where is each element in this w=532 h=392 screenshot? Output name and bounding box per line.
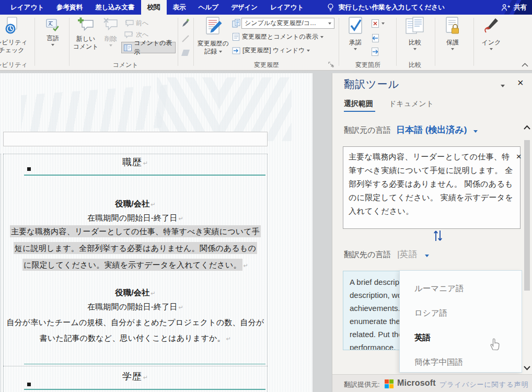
group-label-accessibility: シビリティ: [0, 61, 30, 70]
group-divider: [396, 18, 397, 66]
scroll-down-icon[interactable]: [523, 365, 531, 371]
entry2-dates[interactable]: 在職期間の開始日-終了日: [3, 302, 268, 312]
group-divider: [34, 18, 35, 66]
language-option-romanian[interactable]: ルーマニア語: [414, 283, 464, 294]
teal-divider-line: [24, 389, 265, 390]
section-heading-work[interactable]: 職歴: [3, 156, 268, 168]
show-comments-button[interactable]: コメントの表示: [121, 42, 176, 53]
clear-source-icon[interactable]: ×: [516, 150, 522, 164]
tab-selection-range[interactable]: 選択範囲: [344, 99, 373, 109]
protect-caret: [451, 48, 454, 50]
protect-button[interactable]: 保護: [439, 17, 466, 50]
pane-scrollbar[interactable]: [523, 124, 531, 371]
tab-layout-2[interactable]: レイアウト: [264, 0, 310, 15]
tab-mailings[interactable]: 差し込み文書: [89, 0, 141, 15]
entry1-role-heading[interactable]: 役職/会社: [3, 199, 268, 210]
name-textbox[interactable]: [3, 132, 268, 146]
scrollbar-thumb[interactable]: [524, 140, 530, 291]
show-markup-button[interactable]: 変更履歴とコメントの表示: [232, 32, 323, 41]
target-language-label: 翻訳先の言語: [344, 250, 391, 260]
simple-markup-icon: [232, 19, 241, 28]
entry2-desc-line1[interactable]: 自分が率いたチームの規模、自分がまとめたプロジェクトの数、自分が: [3, 318, 268, 328]
share-button[interactable]: 共有: [501, 0, 527, 15]
tracking-dialog-launcher[interactable]: [328, 62, 334, 67]
display-for-review-caret: [328, 22, 331, 25]
delete-comment-button[interactable]: 削除: [100, 17, 121, 47]
entry1-dates[interactable]: 在職期間の開始日-終了日: [3, 213, 268, 223]
next-comment-icon: [124, 31, 134, 39]
group-divider: [435, 18, 435, 66]
collapse-ribbon-chevron[interactable]: [522, 63, 528, 67]
display-for-review-combobox[interactable]: シンプルな変更履歴/コ…: [241, 18, 334, 29]
scroll-up-icon[interactable]: [523, 124, 531, 130]
entry1-desc-line2[interactable]: 短に説明します。全部列挙する必要はありません。関係のあるもの: [3, 244, 268, 253]
entry2-desc-line2[interactable]: 書いた記事の数など、思い付くことはありますか。: [3, 333, 268, 343]
target-language-selector[interactable]: |英語: [397, 248, 429, 260]
tab-references[interactable]: 参考資料: [50, 0, 89, 15]
new-comment-button[interactable]: 新しい コメント: [72, 17, 99, 51]
pane-title: 翻訳ツール: [344, 77, 399, 91]
new-comment-label-line1: 新しい: [73, 35, 98, 43]
entry1-desc-line1[interactable]: 主要な職務内容、リーダーとしての仕事、特筆すべき実績について手: [3, 227, 268, 237]
language-option-russian[interactable]: ロシア語: [414, 308, 447, 319]
source-language-label: 翻訳元の言語: [344, 125, 391, 135]
source-text-box[interactable]: 主要な職務内容、リーダーとしての仕事、特筆すべき実績について手短に説明します。 …: [343, 146, 521, 229]
reviewing-pane-caret: [307, 50, 310, 52]
track-changes-button[interactable]: 変更履歴の 記録: [198, 17, 229, 55]
microsoft-logo-icon: [385, 379, 394, 388]
source-language-value: 日本語 (検出済み): [396, 125, 467, 135]
tab-design[interactable]: デザイン: [225, 0, 264, 15]
language-dropdown-caret: [51, 44, 54, 46]
entry1-desc-line3[interactable]: に限定してください。実績を示すデータを入れてください。: [3, 260, 268, 270]
pane-menu-caret-icon[interactable]: [501, 85, 505, 87]
language-option-simplified-chinese[interactable]: 簡体字中国語: [414, 357, 463, 368]
protect-icon: [444, 17, 461, 38]
group-divider: [193, 18, 194, 66]
language-icon: [45, 18, 60, 32]
reject-button[interactable]: [371, 19, 385, 28]
accept-button[interactable]: 承諾: [343, 17, 368, 50]
language-button[interactable]: 言語: [39, 18, 67, 46]
section-heading-education[interactable]: 学歴: [3, 370, 268, 383]
pane-close-icon[interactable]: ×: [517, 77, 524, 88]
word-application-window: レイアウト 参考資料 差し込み文書 校閲 表示 ヘルプ デザイン レイアウト 実…: [0, 0, 532, 392]
protect-label: 保護: [446, 39, 459, 47]
display-for-review-value: シンプルな変更履歴/コ…: [245, 19, 316, 28]
tab-view[interactable]: 表示: [167, 0, 192, 15]
group-label-changes: 変更箇所: [341, 61, 395, 70]
tab-document[interactable]: ドキュメント: [389, 99, 434, 109]
tab-review[interactable]: 校閲: [141, 0, 167, 15]
tab-help[interactable]: ヘルプ: [192, 0, 225, 15]
source-language-selector[interactable]: 日本語 (検出済み): [396, 124, 478, 136]
share-label: 共有: [514, 3, 527, 12]
next-comment-button[interactable]: 次へ: [124, 30, 148, 39]
compare-label: 比較: [409, 39, 421, 47]
pen-add-button[interactable]: [181, 19, 190, 28]
entry2-role-heading[interactable]: 役職/会社: [3, 287, 268, 298]
group-label-comments: コメント: [99, 61, 152, 70]
group-label-tracking: 変更履歴: [230, 61, 303, 70]
privacy-statement-link[interactable]: プライバシーに関する声明: [440, 380, 528, 389]
active-tab-underline: [344, 111, 375, 112]
reviewing-pane-button[interactable]: [変更履歴] ウィンドウ: [232, 46, 310, 55]
table-left-border: [1, 154, 1, 392]
ribbon-review: シビリティ チェック シビリティ 言語 新しい コメント: [0, 15, 532, 71]
previous-change-button[interactable]: [371, 33, 379, 43]
previous-comment-button[interactable]: 前へ: [124, 19, 148, 28]
compare-button[interactable]: 比較: [400, 17, 430, 50]
ink-caret: [490, 48, 493, 50]
show-markup-icon: [232, 32, 240, 41]
swap-languages-icon[interactable]: [433, 229, 443, 243]
tell-me-search[interactable]: 実行したい作業を入力してください: [327, 0, 445, 15]
document-page[interactable]: 職歴 役職/会社 在職期間の開始日-終了日 主要な職務内容、リーダーとしての仕事…: [0, 73, 313, 392]
accept-icon: [347, 17, 364, 38]
accessibility-check-button[interactable]: シビリティ チェック: [0, 17, 30, 54]
teal-divider-line: [24, 364, 265, 364]
next-change-button[interactable]: [371, 47, 379, 56]
pen-tool-icon: [181, 34, 190, 43]
language-option-english[interactable]: 英語: [414, 332, 431, 343]
reject-caret: [381, 22, 385, 25]
track-changes-label-line2: 記録: [198, 48, 229, 55]
ink-button[interactable]: インク: [478, 17, 505, 50]
tab-layout-1[interactable]: レイアウト: [4, 0, 50, 15]
